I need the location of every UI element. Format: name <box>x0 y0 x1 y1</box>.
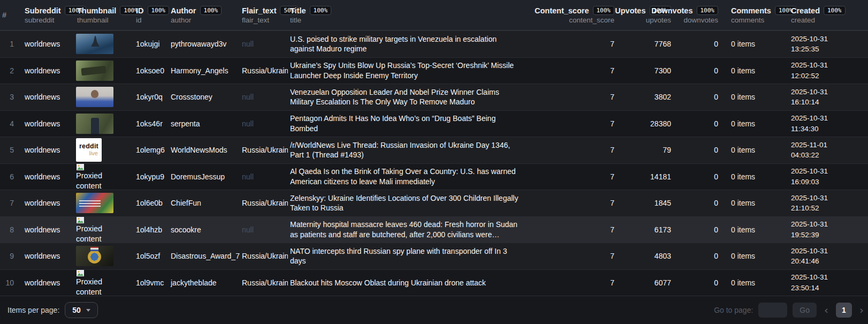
subreddit-cell: worldnews <box>19 172 75 181</box>
column-header-flair-text[interactable]: Flair_text50% flair_text <box>240 6 288 24</box>
content-score-cell: 7 <box>557 40 616 48</box>
upvotes-cell: 6173 <box>616 225 673 234</box>
author-cell: WorldNewsMods <box>169 146 240 154</box>
created-date: 2025-10-31 <box>791 166 866 177</box>
comments-items-link[interactable]: 0 items <box>731 252 755 260</box>
comments-items-link[interactable]: 0 items <box>731 278 755 287</box>
flair-cell: Russia/Ukraine <box>240 66 288 75</box>
row-index: 9 <box>0 252 19 260</box>
author-cell: DoremusJessup <box>169 172 240 181</box>
author-cell: socookre <box>169 225 240 234</box>
comments-items-link[interactable]: 0 items <box>731 172 755 181</box>
current-page-button[interactable]: 1 <box>836 303 852 318</box>
title-cell: Pentagon Admits It Has No Idea Who’s on … <box>288 114 557 133</box>
created-time: 12:02:52 <box>791 71 866 81</box>
previous-page-icon[interactable]: ‹ <box>822 305 831 315</box>
content-score-cell: 7 <box>557 93 616 101</box>
comments-items-link[interactable]: 0 items <box>731 225 755 234</box>
row-index: 6 <box>0 172 19 181</box>
broken-image-icon <box>76 163 85 171</box>
comments-items-link[interactable]: 0 items <box>731 146 755 154</box>
table-row[interactable]: 7 worldnews 1ol6e0b ChiefFun Russia/Ukra… <box>0 190 868 216</box>
id-cell: 1ol5ozf <box>134 252 169 260</box>
column-header-content-score[interactable]: Content_score100% content_score <box>557 6 616 24</box>
table-row[interactable]: 1 worldnews 1okujgi pythrowawayd3v null … <box>0 31 868 57</box>
reddit-live-logo-subtext: live <box>89 150 98 157</box>
content-score-cell: 7 <box>557 225 616 234</box>
flair-cell: null <box>240 225 288 234</box>
news-collage-thumbnail-image <box>76 193 113 213</box>
created-time: 21:10:52 <box>791 203 866 214</box>
table-row[interactable]: 6 worldnews Proxied content 1okypu9 Dore… <box>0 163 868 190</box>
comments-items-link[interactable]: 0 items <box>731 93 755 101</box>
table-row[interactable]: 4 worldnews 1oks46r serpenta null Pentag… <box>0 110 868 137</box>
items-per-page-select[interactable]: 50 <box>65 302 98 318</box>
comments-items-link[interactable]: 0 items <box>731 40 755 48</box>
subreddit-cell: worldnews <box>19 119 75 128</box>
table-row[interactable]: 8 worldnews Proxied content 1ol4hzb soco… <box>0 216 868 243</box>
created-date: 2025-11-01 <box>791 140 866 150</box>
title-cell: U.S. poised to strike military targets i… <box>288 34 557 54</box>
id-cell: 1ol6e0b <box>134 199 169 207</box>
downvotes-cell: 0 <box>673 252 720 260</box>
thumbnail-cell: Proxied content <box>75 268 134 298</box>
title-cell: /r/WorldNews Live Thread: Russian Invasi… <box>288 140 557 160</box>
table-row[interactable]: 9 worldnews 1ol5ozf Disastrous_Award_789… <box>0 243 868 269</box>
author-cell: ChiefFun <box>169 199 240 207</box>
created-time: 04:03:22 <box>791 150 866 161</box>
flair-cell: null <box>240 40 288 48</box>
comments-items-link[interactable]: 0 items <box>731 199 755 207</box>
id-cell: 1okujgi <box>134 40 169 48</box>
created-cell: 2025-10-3112:02:52 <box>782 60 868 81</box>
created-time: 20:41:46 <box>791 256 866 267</box>
created-cell: 2025-11-0104:03:22 <box>782 140 868 161</box>
column-label: Comments <box>731 6 771 15</box>
thumbnail-cell <box>75 246 134 266</box>
column-header-subreddit[interactable]: Subreddit100% subreddit <box>19 6 75 24</box>
upvotes-cell: 14181 <box>616 172 673 181</box>
column-header-downvotes[interactable]: Downvotes100% downvotes <box>673 6 720 24</box>
upvotes-cell: 1845 <box>616 199 673 207</box>
downvotes-cell: 0 <box>673 278 720 287</box>
comments-items-link[interactable]: 0 items <box>731 66 755 75</box>
thumbnail-cell: Proxied content <box>75 162 134 192</box>
fill-rate-badge: 100% <box>593 6 615 15</box>
column-label: ID <box>136 6 144 15</box>
thumbnail-cell: reddit live <box>75 138 134 162</box>
go-to-page-input[interactable] <box>758 303 787 318</box>
column-field-name: comments <box>731 16 780 24</box>
thumbnail-cell: Proxied content <box>75 215 134 245</box>
next-page-icon[interactable]: › <box>857 305 866 315</box>
column-field-name: title <box>290 16 554 24</box>
subreddit-cell: worldnews <box>19 252 75 260</box>
created-cell: 2025-10-3116:10:14 <box>782 87 868 108</box>
column-field-name: created <box>791 16 866 24</box>
author-cell: serpenta <box>169 119 240 128</box>
navy-ships-thumbnail-image <box>76 34 113 54</box>
column-header-thumbnail[interactable]: Thumbnail100% thumbnail <box>75 6 134 24</box>
column-label: Author <box>171 6 196 15</box>
created-date: 2025-10-31 <box>791 246 866 257</box>
content-score-cell: 7 <box>557 172 616 181</box>
content-score-cell: 7 <box>557 146 616 154</box>
table-row[interactable]: 2 worldnews 1oksoe0 Harmony_Angels Russi… <box>0 57 868 84</box>
column-field-name: thumbnail <box>77 16 132 24</box>
column-header-id[interactable]: ID100% id <box>134 6 169 24</box>
go-button[interactable]: Go <box>793 303 817 318</box>
fill-rate-badge: 100% <box>697 6 719 15</box>
pagination-bar: Items per page: 50 Go to page: Go ‹ 1 › <box>0 296 868 324</box>
column-field-name: flair_text <box>242 16 286 24</box>
subreddit-cell: worldnews <box>19 66 75 75</box>
comments-items-link[interactable]: 0 items <box>731 119 755 128</box>
column-header-comments[interactable]: Comments100% comments <box>720 6 782 24</box>
column-header-created[interactable]: Created100% created <box>782 6 868 24</box>
table-row[interactable]: 5 worldnews reddit live 1olemg6 WorldNew… <box>0 137 868 163</box>
table-row[interactable]: 10 worldnews Proxied content 1ol9vmc jac… <box>0 269 868 296</box>
table-row[interactable]: 3 worldnews 1okyr0q Crossstoney null Ven… <box>0 84 868 110</box>
created-date: 2025-10-31 <box>791 34 866 44</box>
column-header-author[interactable]: Author100% author <box>169 6 240 24</box>
downvotes-cell: 0 <box>673 93 720 101</box>
id-cell: 1okyr0q <box>134 93 169 101</box>
interview-thumbnail-image <box>76 87 113 107</box>
column-header-title[interactable]: Title100% title <box>288 6 557 24</box>
